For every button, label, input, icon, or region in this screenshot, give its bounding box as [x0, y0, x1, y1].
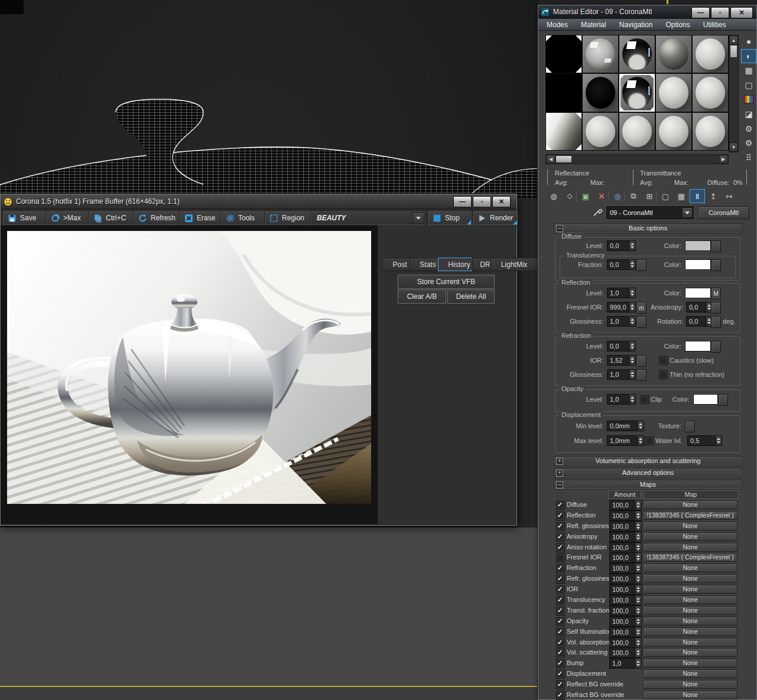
tools-button[interactable]: Tools — [220, 210, 270, 226]
put-material-to-scene-icon[interactable]: ⬦ — [563, 190, 577, 203]
map-slot-button[interactable]: None — [643, 680, 737, 689]
rollout-basic-options[interactable]: – Basic options — [554, 223, 742, 233]
map-enable-checkbox[interactable] — [556, 533, 565, 542]
rollout-volumetric[interactable]: + Volumetric absorption and scattering — [554, 456, 742, 466]
map-enable-checkbox[interactable] — [556, 617, 565, 626]
sample-slot-14[interactable] — [656, 113, 691, 150]
map-slot-button[interactable]: None — [643, 648, 737, 657]
vfb-maximize-button[interactable]: ▫ — [473, 196, 491, 207]
render-button[interactable]: Render — [472, 210, 518, 226]
map-enable-checkbox[interactable] — [556, 681, 565, 689]
refraction-level-spinner[interactable]: 0,0 — [607, 341, 636, 351]
map-enable-checkbox[interactable] — [556, 543, 565, 552]
reflection-color-swatch[interactable] — [685, 288, 711, 298]
clip-checkbox[interactable] — [640, 395, 649, 404]
map-slot-button[interactable]: None — [643, 500, 737, 509]
menu-options[interactable]: Options — [665, 21, 690, 29]
map-amount-spinner[interactable]: 100,0 — [609, 510, 642, 521]
map-amount-spinner[interactable]: 100,0 — [609, 627, 642, 637]
map-amount-spinner[interactable]: 1,0 — [609, 658, 642, 669]
map-enable-checkbox[interactable] — [556, 585, 565, 594]
rotation-map-button[interactable] — [711, 316, 721, 328]
translucency-fraction-map-button[interactable] — [636, 259, 646, 271]
scroll-left-icon[interactable]: ◀ — [546, 155, 555, 164]
map-slot-button[interactable]: None — [643, 669, 737, 678]
fresnel-ior-spinner[interactable]: 999,0 — [607, 302, 636, 312]
map-enable-checkbox[interactable] — [556, 554, 565, 562]
show-shaded-material-in-viewport-icon[interactable]: ▦ — [674, 190, 688, 203]
me-titlebar[interactable]: Material Editor - 09 - CoronaMtl — ▫ ✕ — [538, 5, 756, 19]
get-material-icon[interactable]: ◍ — [547, 190, 561, 203]
opacity-level-spinner[interactable]: 1,0 — [607, 394, 636, 405]
refraction-glossiness-map-button[interactable] — [636, 369, 646, 381]
horizontal-scroll-thumb[interactable] — [555, 155, 572, 163]
dropdown-arrow-icon[interactable] — [412, 212, 424, 224]
make-material-copy-icon[interactable]: ◎ — [610, 190, 625, 203]
water-level-checkbox[interactable] — [645, 437, 654, 445]
map-slot-button[interactable]: !138387345 ( ComplexFresnel ) — [643, 511, 737, 520]
rollout-maps[interactable]: – Maps — [554, 480, 742, 490]
sample-slot-3[interactable] — [619, 35, 655, 73]
sample-slot-12[interactable] — [583, 113, 618, 150]
sample-uv-tiling-icon[interactable]: ▢ — [742, 79, 756, 92]
slots-horizontal-scrollbar[interactable]: ◀ ▶ — [545, 154, 729, 164]
delete-all-button[interactable]: Delete All — [447, 289, 495, 304]
map-slot-button[interactable]: None — [643, 564, 737, 572]
sample-slot-10[interactable] — [693, 74, 728, 111]
menu-navigation[interactable]: Navigation — [619, 21, 653, 29]
sample-slot-7[interactable] — [583, 74, 618, 111]
map-enable-checkbox[interactable] — [556, 628, 565, 637]
diffuse-color-map-button[interactable] — [711, 240, 721, 252]
diffuse-color-swatch[interactable] — [685, 240, 711, 251]
map-slot-button[interactable]: None — [643, 585, 737, 594]
map-amount-spinner[interactable]: 100,0 — [609, 584, 642, 595]
map-enable-checkbox[interactable] — [556, 639, 565, 647]
scroll-up-icon[interactable]: ▲ — [729, 35, 738, 45]
scroll-right-icon[interactable]: ▶ — [719, 155, 728, 164]
map-enable-checkbox[interactable] — [556, 512, 565, 520]
vfb-minimize-button[interactable]: — — [453, 196, 472, 207]
copy-button[interactable]: Ctrl+C — [88, 210, 140, 226]
diffuse-level-spinner[interactable]: 0,0 — [607, 240, 636, 251]
me-maximize-button[interactable]: ▫ — [711, 7, 729, 18]
refresh-button[interactable]: Refresh — [133, 210, 186, 226]
backlight-icon[interactable]: ◐ — [742, 50, 756, 63]
store-current-vfb-button[interactable]: Store Current VFB — [398, 275, 495, 289]
region-button[interactable]: Region — [264, 210, 317, 226]
refraction-color-swatch[interactable] — [685, 341, 711, 351]
map-amount-spinner[interactable]: 100,0 — [609, 521, 642, 532]
show-end-result-icon[interactable]: ‖ — [690, 190, 704, 203]
me-minimize-button[interactable]: — — [691, 7, 710, 18]
sample-slot-2[interactable] — [583, 35, 618, 73]
map-enable-checkbox[interactable] — [556, 670, 565, 679]
background-icon[interactable]: ▦ — [742, 64, 756, 77]
menu-modes[interactable]: Modes — [547, 21, 568, 29]
map-amount-spinner[interactable]: 100,0 — [609, 595, 642, 605]
map-slot-button[interactable]: !138387345 ( ComplexFresnel ) — [643, 553, 737, 562]
select-by-material-icon[interactable]: ⚙ — [742, 136, 756, 149]
map-enable-checkbox[interactable] — [556, 501, 565, 510]
map-slot-button[interactable]: None — [643, 595, 737, 604]
vfb-close-button[interactable]: ✕ — [492, 196, 511, 207]
sample-slot-1[interactable] — [546, 35, 581, 73]
map-amount-spinner[interactable]: 100,0 — [609, 542, 642, 553]
map-slot-button[interactable]: None — [643, 691, 737, 699]
map-enable-checkbox[interactable] — [556, 522, 565, 531]
map-amount-spinner[interactable]: 100,0 — [609, 532, 642, 542]
anisotropy-spinner[interactable]: 0,0 — [686, 302, 713, 312]
options-icon[interactable]: ⚙ — [742, 122, 756, 135]
material-effects-channel-icon[interactable]: ▢ — [658, 190, 672, 203]
dropdown-arrow-icon[interactable] — [682, 207, 693, 218]
menu-utilities[interactable]: Utilities — [703, 21, 726, 29]
displacement-texture-button[interactable] — [685, 421, 695, 432]
opacity-color-map-button[interactable] — [718, 394, 728, 406]
map-slot-button[interactable]: None — [643, 574, 737, 583]
ior-map-button[interactable] — [636, 355, 646, 367]
tab-lightmix[interactable]: LightMix — [490, 258, 538, 271]
map-slot-button[interactable]: None — [643, 522, 737, 530]
rotation-spinner[interactable]: 0,0 — [686, 316, 713, 327]
map-amount-spinner[interactable]: 100,0 — [609, 574, 642, 584]
clear-ab-button[interactable]: Clear A/B — [398, 289, 446, 304]
video-color-check-icon[interactable] — [742, 93, 756, 106]
translucency-color-swatch[interactable] — [685, 259, 711, 270]
